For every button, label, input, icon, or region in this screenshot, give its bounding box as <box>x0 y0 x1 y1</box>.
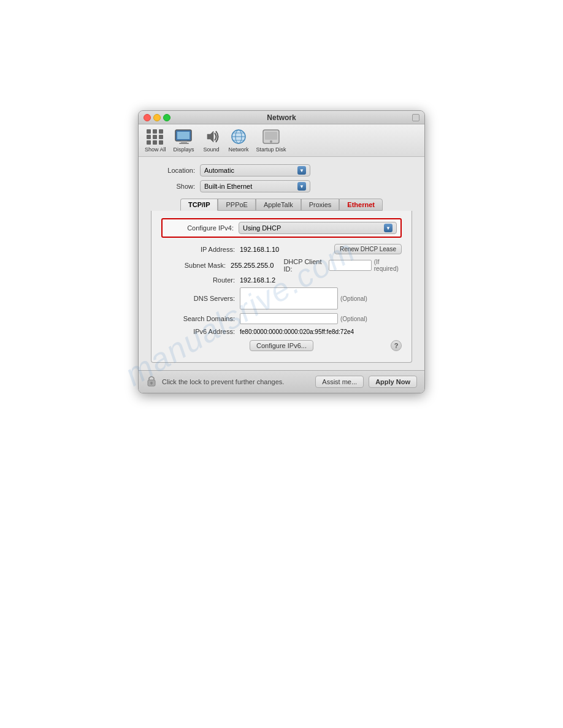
show-select[interactable]: Built-in Ethernet ▼ <box>200 180 310 192</box>
show-value: Built-in Ethernet <box>204 183 252 190</box>
toolbar-displays[interactable]: Displays <box>174 128 194 153</box>
svg-rect-2 <box>181 141 187 143</box>
svg-rect-3 <box>179 143 189 144</box>
startup-disk-label: Startup Disk <box>256 146 286 153</box>
dns-servers-input[interactable] <box>240 287 338 309</box>
toolbar-startup-disk[interactable]: Startup Disk <box>256 128 286 153</box>
renew-dhcp-button[interactable]: Renew DHCP Lease <box>334 244 402 254</box>
dns-hint: (Optional) <box>340 295 367 302</box>
minimize-button[interactable] <box>153 114 161 121</box>
tab-tcpip[interactable]: TCP/IP <box>180 199 218 211</box>
network-icon <box>229 128 248 145</box>
ipv6-address-row: IPv6 Address: fe80:0000:0000:0000:020a:9… <box>161 328 402 335</box>
router-row: Router: 192.168.1.2 <box>161 276 402 284</box>
ip-address-label: IP Address: <box>161 246 235 253</box>
startup-disk-icon <box>261 128 281 145</box>
svg-point-11 <box>270 140 272 143</box>
toolbar-network[interactable]: Network <box>229 128 249 153</box>
configure-ipv4-arrow-icon: ▼ <box>384 224 393 232</box>
network-window: Network Show All <box>138 110 425 393</box>
show-label: Show: <box>151 183 195 190</box>
search-hint: (Optional) <box>340 316 367 322</box>
title-bar: Network <box>139 111 424 124</box>
traffic-lights <box>144 114 170 121</box>
dhcp-client-id-input[interactable] <box>329 260 372 271</box>
assist-button[interactable]: Assist me... <box>315 376 364 388</box>
show-all-label: Show All <box>145 146 166 153</box>
subnet-mask-row: Subnet Mask: 255.255.255.0 DHCP Client I… <box>161 258 402 273</box>
configure-ipv4-select[interactable]: Using DHCP ▼ <box>239 222 397 234</box>
location-label: Location: <box>151 167 195 174</box>
tab-panel: Configure IPv4: Using DHCP ▼ IP Address:… <box>151 211 412 363</box>
configure-ipv4-row: Configure IPv4: Using DHCP ▼ <box>161 218 402 238</box>
svg-rect-1 <box>177 132 190 139</box>
dns-servers-label: DNS Servers: <box>161 295 235 302</box>
ipv6-address-label: IPv6 Address: <box>161 328 235 335</box>
show-arrow-icon: ▼ <box>297 182 306 191</box>
location-value: Automatic <box>204 167 234 174</box>
location-arrow-icon: ▼ <box>297 166 306 175</box>
tabs: TCP/IP PPPoE AppleTalk Proxies Ethernet <box>151 199 412 211</box>
router-label: Router: <box>161 276 235 284</box>
maximize-button[interactable] <box>163 114 170 121</box>
configure-ipv6-button[interactable]: Configure IPv6... <box>250 340 313 351</box>
close-button[interactable] <box>144 114 151 121</box>
show-all-icon <box>145 128 165 145</box>
ip-address-row: IP Address: 192.168.1.10 Renew DHCP Leas… <box>161 244 402 254</box>
search-domains-input[interactable] <box>240 313 338 324</box>
configure-ipv4-label: Configure IPv4: <box>166 224 234 232</box>
location-row: Location: Automatic ▼ <box>151 164 412 176</box>
toolbar: Show All Displays Sound <box>139 124 424 157</box>
lock-icon[interactable] <box>146 374 157 389</box>
displays-icon <box>174 128 194 145</box>
content-area: Location: Automatic ▼ Show: Built-in Eth… <box>139 157 424 370</box>
toolbar-show-all[interactable]: Show All <box>145 128 166 153</box>
svg-rect-10 <box>265 132 277 140</box>
ipv6-address-value: fe80:0000:0000:0000:020a:95ff:fe8d:72e4 <box>240 328 354 335</box>
ip-address-value: 192.168.1.10 <box>240 246 279 253</box>
sound-label: Sound <box>204 146 220 153</box>
window-title: Network <box>139 113 424 122</box>
tab-pppoe[interactable]: PPPoE <box>218 199 255 211</box>
apply-now-button[interactable]: Apply Now <box>369 376 417 388</box>
tab-proxies[interactable]: Proxies <box>301 199 340 211</box>
bottom-bar: Click the lock to prevent further change… <box>139 370 424 393</box>
toolbar-sound[interactable]: Sound <box>202 128 221 153</box>
configure-ipv4-value: Using DHCP <box>243 224 281 232</box>
tab-appletalk[interactable]: AppleTalk <box>256 199 301 211</box>
search-domains-label: Search Domains: <box>161 315 235 322</box>
lock-text: Click the lock to prevent further change… <box>162 378 310 385</box>
network-label: Network <box>229 146 249 153</box>
subnet-mask-value: 255.255.255.0 <box>231 262 274 269</box>
router-value: 192.168.1.2 <box>240 276 275 284</box>
displays-label: Displays <box>174 146 194 153</box>
search-domains-row: Search Domains: (Optional) <box>161 313 402 324</box>
help-button[interactable]: ? <box>391 340 402 351</box>
dhcp-client-id-label: DHCP Client ID: <box>283 258 326 273</box>
dhcp-hint: (If required) <box>374 259 402 272</box>
dns-servers-row: DNS Servers: (Optional) <box>161 287 402 309</box>
location-select[interactable]: Automatic ▼ <box>200 164 310 176</box>
show-row: Show: Built-in Ethernet ▼ <box>151 180 412 192</box>
svg-rect-14 <box>151 383 152 385</box>
tab-ethernet[interactable]: Ethernet <box>339 199 383 211</box>
configure-ipv6-row: Configure IPv6... ? <box>161 340 402 351</box>
sound-icon <box>202 128 221 145</box>
subnet-mask-label: Subnet Mask: <box>161 262 226 269</box>
